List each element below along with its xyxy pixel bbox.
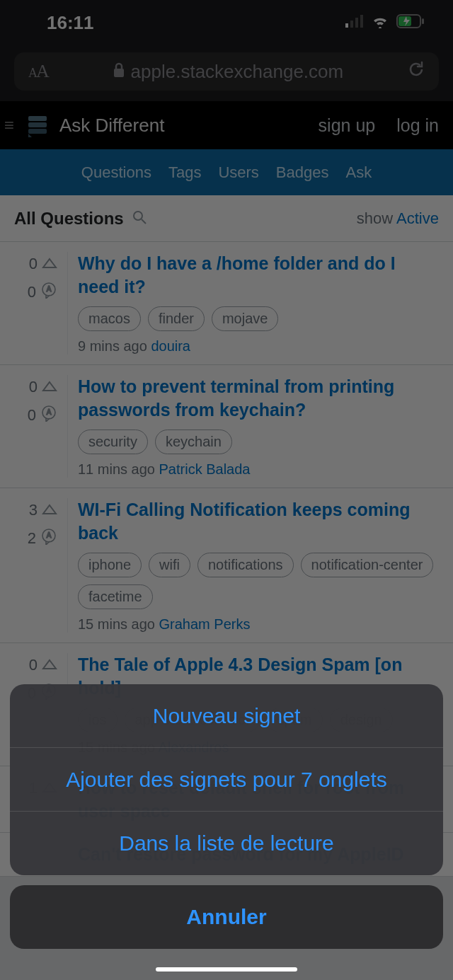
action-new-bookmark[interactable]: Nouveau signet	[10, 684, 443, 748]
home-indicator[interactable]	[156, 967, 297, 972]
action-sheet-group: Nouveau signet Ajouter des signets pour …	[10, 684, 443, 875]
action-bookmark-all-tabs[interactable]: Ajouter des signets pour 7 onglets	[10, 748, 443, 812]
action-reading-list[interactable]: Dans la liste de lecture	[10, 812, 443, 875]
action-cancel[interactable]: Annuler	[10, 885, 443, 949]
action-sheet: Nouveau signet Ajouter des signets pour …	[10, 684, 443, 949]
